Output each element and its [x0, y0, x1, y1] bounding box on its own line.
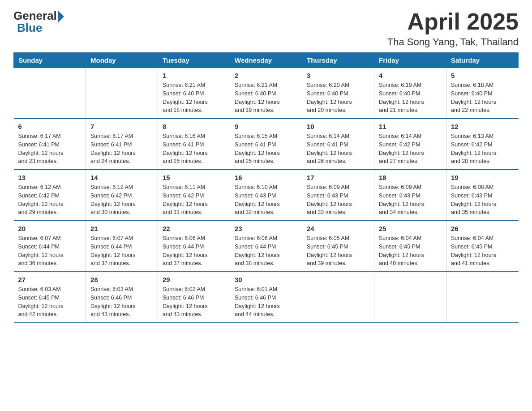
calendar-cell: 25Sunrise: 6:04 AMSunset: 6:45 PMDayligh… — [374, 221, 446, 272]
title-block: April 2025 Tha Song Yang, Tak, Thailand — [387, 9, 519, 48]
day-info: Sunrise: 6:03 AMSunset: 6:46 PMDaylight:… — [90, 285, 153, 319]
calendar-cell: 19Sunrise: 6:08 AMSunset: 6:43 PMDayligh… — [446, 170, 519, 221]
day-info: Sunrise: 6:14 AMSunset: 6:41 PMDaylight:… — [307, 132, 369, 166]
day-number: 26 — [451, 225, 514, 232]
calendar-cell: 17Sunrise: 6:09 AMSunset: 6:43 PMDayligh… — [302, 170, 374, 221]
day-info: Sunrise: 6:06 AMSunset: 6:44 PMDaylight:… — [163, 234, 225, 268]
day-number: 30 — [235, 276, 297, 283]
week-row-5: 27Sunrise: 6:03 AMSunset: 6:45 PMDayligh… — [14, 272, 519, 323]
day-info: Sunrise: 6:04 AMSunset: 6:45 PMDaylight:… — [451, 234, 514, 268]
day-info: Sunrise: 6:18 AMSunset: 6:40 PMDaylight:… — [451, 81, 514, 115]
day-number: 8 — [163, 123, 225, 130]
calendar-cell: 3Sunrise: 6:20 AMSunset: 6:40 PMDaylight… — [302, 68, 374, 119]
day-number: 27 — [18, 276, 82, 283]
calendar-cell — [86, 68, 158, 119]
day-number: 25 — [379, 225, 442, 232]
header-monday: Monday — [86, 53, 158, 68]
header-tuesday: Tuesday — [158, 53, 230, 68]
calendar-cell: 22Sunrise: 6:06 AMSunset: 6:44 PMDayligh… — [158, 221, 230, 272]
calendar-cell: 9Sunrise: 6:15 AMSunset: 6:41 PMDaylight… — [230, 119, 302, 170]
calendar-cell: 4Sunrise: 6:19 AMSunset: 6:40 PMDaylight… — [374, 68, 446, 119]
day-number: 29 — [163, 276, 225, 283]
page-title: April 2025 — [387, 9, 519, 34]
day-number: 16 — [235, 174, 297, 181]
calendar-cell: 7Sunrise: 6:17 AMSunset: 6:41 PMDaylight… — [86, 119, 158, 170]
day-info: Sunrise: 6:14 AMSunset: 6:42 PMDaylight:… — [379, 132, 442, 166]
day-info: Sunrise: 6:07 AMSunset: 6:44 PMDaylight:… — [90, 234, 153, 268]
day-number: 23 — [235, 225, 297, 232]
calendar-cell: 6Sunrise: 6:17 AMSunset: 6:41 PMDaylight… — [14, 119, 86, 170]
calendar-cell — [302, 272, 374, 323]
day-number: 15 — [163, 174, 225, 181]
day-number: 21 — [90, 225, 153, 232]
day-number: 12 — [451, 123, 514, 130]
calendar-cell: 18Sunrise: 6:09 AMSunset: 6:43 PMDayligh… — [374, 170, 446, 221]
day-info: Sunrise: 6:20 AMSunset: 6:40 PMDaylight:… — [307, 81, 369, 115]
day-number: 18 — [379, 174, 442, 181]
calendar-cell: 11Sunrise: 6:14 AMSunset: 6:42 PMDayligh… — [374, 119, 446, 170]
week-row-4: 20Sunrise: 6:07 AMSunset: 6:44 PMDayligh… — [14, 221, 519, 272]
calendar-cell: 21Sunrise: 6:07 AMSunset: 6:44 PMDayligh… — [86, 221, 158, 272]
day-info: Sunrise: 6:21 AMSunset: 6:40 PMDaylight:… — [235, 81, 297, 115]
calendar-cell: 26Sunrise: 6:04 AMSunset: 6:45 PMDayligh… — [446, 221, 519, 272]
header-thursday: Thursday — [302, 53, 374, 68]
header-wednesday: Wednesday — [230, 53, 302, 68]
calendar-header-row: SundayMondayTuesdayWednesdayThursdayFrid… — [14, 53, 519, 68]
calendar-cell: 8Sunrise: 6:16 AMSunset: 6:41 PMDaylight… — [158, 119, 230, 170]
day-info: Sunrise: 6:05 AMSunset: 6:45 PMDaylight:… — [307, 234, 369, 268]
calendar-cell: 2Sunrise: 6:21 AMSunset: 6:40 PMDaylight… — [230, 68, 302, 119]
calendar-cell: 23Sunrise: 6:06 AMSunset: 6:44 PMDayligh… — [230, 221, 302, 272]
day-number: 10 — [307, 123, 369, 130]
day-info: Sunrise: 6:10 AMSunset: 6:43 PMDaylight:… — [235, 183, 297, 217]
header-sunday: Sunday — [14, 53, 86, 68]
day-info: Sunrise: 6:07 AMSunset: 6:44 PMDaylight:… — [18, 234, 82, 268]
calendar-cell: 14Sunrise: 6:12 AMSunset: 6:42 PMDayligh… — [86, 170, 158, 221]
day-number: 7 — [90, 123, 153, 130]
day-number: 20 — [18, 225, 82, 232]
day-number: 9 — [235, 123, 297, 130]
header-friday: Friday — [374, 53, 446, 68]
day-info: Sunrise: 6:19 AMSunset: 6:40 PMDaylight:… — [379, 81, 442, 115]
calendar-cell: 20Sunrise: 6:07 AMSunset: 6:44 PMDayligh… — [14, 221, 86, 272]
day-info: Sunrise: 6:17 AMSunset: 6:41 PMDaylight:… — [18, 132, 82, 166]
calendar-cell — [14, 68, 86, 119]
week-row-3: 13Sunrise: 6:12 AMSunset: 6:42 PMDayligh… — [14, 170, 519, 221]
day-info: Sunrise: 6:16 AMSunset: 6:41 PMDaylight:… — [163, 132, 225, 166]
calendar-cell: 5Sunrise: 6:18 AMSunset: 6:40 PMDaylight… — [446, 68, 519, 119]
day-info: Sunrise: 6:06 AMSunset: 6:44 PMDaylight:… — [235, 234, 297, 268]
page-header: General Blue April 2025 Tha Song Yang, T… — [13, 9, 519, 48]
day-number: 22 — [163, 225, 225, 232]
day-info: Sunrise: 6:12 AMSunset: 6:42 PMDaylight:… — [18, 183, 82, 217]
day-info: Sunrise: 6:17 AMSunset: 6:41 PMDaylight:… — [90, 132, 153, 166]
day-info: Sunrise: 6:21 AMSunset: 6:40 PMDaylight:… — [163, 81, 225, 115]
day-number: 14 — [90, 174, 153, 181]
calendar-cell: 13Sunrise: 6:12 AMSunset: 6:42 PMDayligh… — [14, 170, 86, 221]
logo: General Blue — [13, 9, 64, 35]
day-number: 11 — [379, 123, 442, 130]
logo-blue-text: Blue — [17, 21, 42, 35]
day-info: Sunrise: 6:11 AMSunset: 6:42 PMDaylight:… — [163, 183, 225, 217]
calendar-cell: 27Sunrise: 6:03 AMSunset: 6:45 PMDayligh… — [14, 272, 86, 323]
calendar-cell: 10Sunrise: 6:14 AMSunset: 6:41 PMDayligh… — [302, 119, 374, 170]
calendar-cell: 12Sunrise: 6:13 AMSunset: 6:42 PMDayligh… — [446, 119, 519, 170]
day-info: Sunrise: 6:03 AMSunset: 6:45 PMDaylight:… — [18, 285, 82, 319]
header-saturday: Saturday — [446, 53, 519, 68]
calendar-table: SundayMondayTuesdayWednesdayThursdayFrid… — [13, 52, 519, 323]
day-info: Sunrise: 6:02 AMSunset: 6:46 PMDaylight:… — [163, 285, 225, 319]
day-number: 4 — [379, 72, 442, 79]
week-row-2: 6Sunrise: 6:17 AMSunset: 6:41 PMDaylight… — [14, 119, 519, 170]
calendar-cell — [374, 272, 446, 323]
week-row-1: 1Sunrise: 6:21 AMSunset: 6:40 PMDaylight… — [14, 68, 519, 119]
logo-triangle-icon — [58, 10, 64, 23]
page-subtitle: Tha Song Yang, Tak, Thailand — [387, 36, 519, 48]
calendar-cell: 16Sunrise: 6:10 AMSunset: 6:43 PMDayligh… — [230, 170, 302, 221]
calendar-cell: 29Sunrise: 6:02 AMSunset: 6:46 PMDayligh… — [158, 272, 230, 323]
day-number: 13 — [18, 174, 82, 181]
day-number: 24 — [307, 225, 369, 232]
day-info: Sunrise: 6:09 AMSunset: 6:43 PMDaylight:… — [379, 183, 442, 217]
day-info: Sunrise: 6:15 AMSunset: 6:41 PMDaylight:… — [235, 132, 297, 166]
day-number: 6 — [18, 123, 82, 130]
calendar-cell — [446, 272, 519, 323]
day-info: Sunrise: 6:09 AMSunset: 6:43 PMDaylight:… — [307, 183, 369, 217]
day-number: 19 — [451, 174, 514, 181]
